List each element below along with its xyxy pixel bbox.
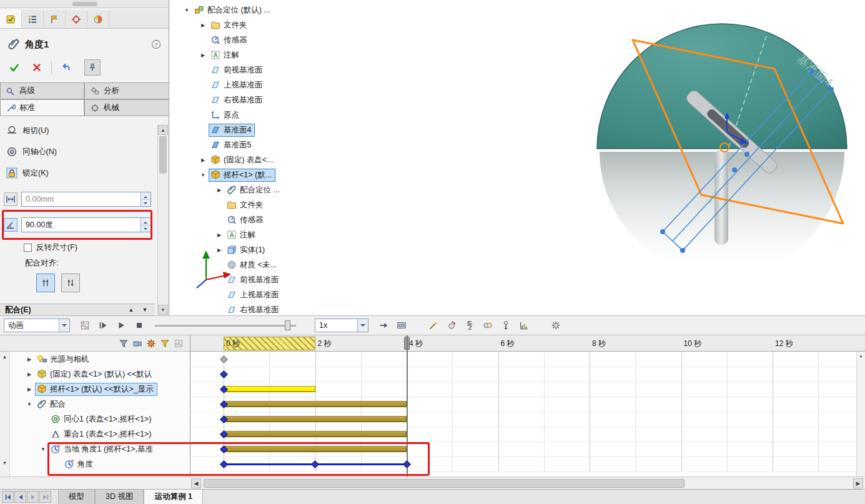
feature-tree-item[interactable]: 右视基准面 — [176, 92, 324, 107]
expander-icon[interactable]: ▶ — [24, 357, 35, 362]
tab-mechanical[interactable]: 机械 — [84, 99, 169, 116]
panel-resize-grip[interactable] — [0, 0, 169, 8]
tab-3D 视图[interactable]: 3D 视图 — [95, 490, 144, 504]
filter-results-icon[interactable] — [174, 338, 184, 349]
distance-spinner[interactable] — [141, 192, 151, 206]
timeline-change-bar[interactable] — [224, 416, 407, 422]
anti-aligned-button[interactable] — [61, 274, 80, 292]
feature-tree-item[interactable]: ▼摇杆<1> (默... — [176, 167, 324, 182]
scroll-up-icon[interactable]: ▲ — [0, 353, 9, 362]
scroll-right-icon[interactable]: ▶ — [853, 478, 863, 488]
feature-tree-item[interactable]: 右视基准面 — [176, 302, 324, 315]
panel-tab-configuration-manager[interactable] — [44, 10, 66, 28]
timeline-change-bar[interactable] — [224, 431, 407, 437]
timeline-scrollbar[interactable]: ▲ — [856, 352, 865, 477]
feature-tree-item[interactable]: 基准面4 — [176, 122, 324, 137]
expander-icon[interactable]: ▶ — [197, 22, 209, 28]
angle-spinner[interactable] — [141, 218, 151, 232]
panel-tab-display-manager[interactable] — [87, 10, 109, 28]
motion-tree-item[interactable]: ▶摇杆<1> (默认) <<默认>_显示 — [10, 382, 190, 397]
help-icon[interactable]: ? — [151, 39, 161, 49]
motion-tree-item[interactable]: 同心1 (表盘<1>,摇杆<1>) — [10, 412, 190, 427]
playback-mode-button[interactable] — [375, 317, 392, 334]
mate-type-concentric[interactable]: 同轴心(N) — [0, 141, 155, 162]
graphics-area[interactable]: 基准面4 — [169, 0, 865, 315]
flip-dimension-checkbox[interactable] — [24, 244, 32, 252]
animation-wizard-button[interactable] — [425, 317, 442, 334]
feature-tree-item[interactable]: 传感器 — [176, 32, 324, 47]
motion-tree-scrollbar[interactable]: ▲ ▼ — [0, 352, 10, 477]
timeline-change-bar[interactable] — [224, 401, 407, 407]
contact-button[interactable] — [480, 317, 496, 334]
expander-icon[interactable]: ▶ — [214, 232, 225, 238]
current-time-marker[interactable] — [407, 335, 408, 477]
expander-icon[interactable]: ▶ — [197, 157, 209, 163]
feature-tree-item[interactable]: ▶(固定) 表盘<... — [176, 152, 324, 167]
tab-advanced[interactable]: 高级 — [0, 82, 84, 99]
play-button[interactable] — [113, 317, 129, 334]
pin-button[interactable] — [84, 59, 101, 76]
feature-tree-item[interactable]: 材质 <未... — [176, 257, 324, 272]
save-animation-button[interactable] — [393, 317, 410, 334]
mate-type-tangent[interactable]: 相切(U) — [0, 120, 155, 141]
filter-animated-icon[interactable] — [132, 338, 142, 349]
expander-icon[interactable]: ▼ — [197, 172, 209, 178]
play-from-start-button[interactable] — [95, 317, 111, 334]
feature-tree-item[interactable]: 基准面5 — [176, 137, 324, 152]
expander-icon[interactable]: ▶ — [197, 52, 209, 58]
feature-tree-item[interactable]: 前视基准面 — [176, 62, 324, 77]
last-tab-button[interactable] — [39, 491, 51, 503]
cancel-button[interactable] — [29, 59, 45, 76]
slider-handle[interactable] — [285, 320, 290, 330]
grip-thumb[interactable] — [72, 2, 97, 6]
keyframe-diamond[interactable] — [220, 355, 228, 363]
keyframe-diamond[interactable] — [220, 370, 228, 378]
motion-tree-item[interactable]: ▶(固定) 表盘<1> (默认) <<默认 — [10, 367, 190, 382]
feature-tree-item[interactable]: 上视基准面 — [176, 77, 324, 92]
feature-tree-item[interactable]: ▶A注解 — [176, 47, 324, 62]
motion-tree-item[interactable]: 重合1 (表盘<1>,摇杆<1>) — [10, 427, 190, 442]
motion-tree-item[interactable]: ▶光源与相机 — [10, 352, 190, 367]
feature-tree-item[interactable]: 传感器 — [176, 212, 324, 227]
panel-tab-feature-manager[interactable] — [22, 10, 44, 28]
expander-icon[interactable]: ▶ — [24, 387, 35, 392]
expander-icon[interactable]: ▼ — [181, 7, 192, 13]
study-type-select[interactable]: 动画 — [4, 319, 70, 332]
filter-selected-icon[interactable] — [160, 338, 170, 349]
tab-模型[interactable]: 模型 — [58, 490, 95, 504]
keyframe-diamond[interactable] — [311, 460, 319, 468]
gravity-button[interactable] — [498, 317, 514, 334]
feature-tree-item[interactable]: ▶实体(1) — [176, 242, 324, 257]
collapse-up-icon[interactable]: ▲ — [126, 307, 136, 313]
spring-button[interactable] — [462, 317, 478, 334]
keyframe-diamond[interactable] — [220, 460, 228, 468]
property-panel-scrollbar[interactable]: ▲ ▼ — [157, 125, 168, 315]
tab-standard[interactable]: 标准 — [0, 99, 84, 116]
angle-input[interactable]: 90.00度 — [21, 217, 151, 232]
timeline-hscrollbar[interactable]: ◀ ▶ — [0, 477, 865, 489]
previous-tab-button[interactable] — [14, 491, 26, 503]
scroll-up-icon[interactable]: ▲ — [158, 125, 168, 135]
timeline-grid[interactable] — [190, 352, 865, 477]
feature-tree-item[interactable]: 上视基准面 — [176, 287, 324, 302]
expander-icon[interactable]: ▶ — [24, 372, 35, 377]
tab-analysis[interactable]: 分析 — [84, 82, 169, 99]
ok-button[interactable] — [6, 59, 22, 76]
motion-tree-item[interactable]: ▼配合 — [10, 397, 190, 412]
stop-button[interactable] — [131, 317, 147, 334]
distance-input[interactable]: 0.00mm — [21, 192, 151, 207]
feature-tree-item[interactable]: ▶文件夹 — [176, 17, 324, 32]
mate-type-lock[interactable]: 锁定(K) — [0, 162, 155, 184]
tab-运动算例 1[interactable]: 运动算例 1 — [144, 490, 202, 504]
motion-study-properties-button[interactable] — [548, 317, 564, 334]
scroll-down-icon[interactable]: ▼ — [0, 459, 9, 468]
filter-driving-icon[interactable] — [146, 338, 156, 349]
expander-icon[interactable]: ▼ — [37, 447, 49, 452]
expander-icon[interactable]: ▶ — [214, 187, 225, 193]
results-and-plots-button[interactable] — [516, 317, 532, 334]
feature-tree-item[interactable]: 文件夹 — [176, 197, 324, 212]
timeline-ruler[interactable]: 0 秒2 秒4 秒6 秒8 秒10 秒12 秒 — [190, 335, 865, 352]
feature-tree-item[interactable]: 前视基准面 — [176, 272, 324, 287]
timebar-slider[interactable] — [155, 319, 296, 332]
scroll-left-icon[interactable]: ◀ — [191, 478, 201, 488]
